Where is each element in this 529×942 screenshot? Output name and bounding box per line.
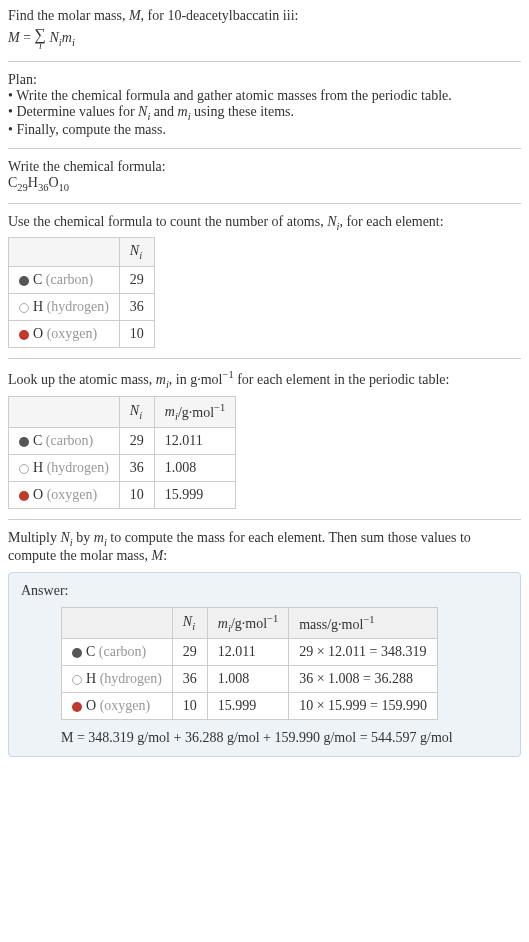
chem-formula-section: Write the chemical formula: C29H36O10 bbox=[8, 159, 521, 193]
mi-value: 1.008 bbox=[207, 666, 288, 693]
table-row: O (oxygen) 10 15.999 bbox=[9, 482, 236, 509]
mi-value: 12.011 bbox=[207, 639, 288, 666]
table-header-row: Ni mi/g·mol−1 bbox=[9, 396, 236, 427]
divider bbox=[8, 203, 521, 204]
mass-calc: 36 × 1.008 = 36.288 bbox=[289, 666, 438, 693]
ni-header: Ni bbox=[119, 396, 154, 427]
table-row: H (hydrogen) 36 1.008 36 × 1.008 = 36.28… bbox=[62, 666, 438, 693]
table-row: O (oxygen) 10 15.999 10 × 15.999 = 159.9… bbox=[62, 693, 438, 720]
element-cell: H (hydrogen) bbox=[9, 294, 120, 321]
table-header-row: Ni mi/g·mol−1 mass/g·mol−1 bbox=[62, 607, 438, 638]
table-row: H (hydrogen) 36 bbox=[9, 294, 155, 321]
mi-var: mi bbox=[156, 372, 169, 387]
element-cell: H (hydrogen) bbox=[62, 666, 173, 693]
ni-value: 36 bbox=[119, 294, 154, 321]
table-row: C (carbon) 29 12.011 29 × 12.011 = 348.3… bbox=[62, 639, 438, 666]
ni-var: Ni bbox=[327, 214, 339, 229]
mi-header: mi/g·mol−1 bbox=[154, 396, 235, 427]
element-cell: H (hydrogen) bbox=[9, 455, 120, 482]
ni-value: 10 bbox=[119, 482, 154, 509]
atom-dot-icon bbox=[19, 491, 29, 501]
empty-header bbox=[9, 396, 120, 427]
intro-line1: Find the molar mass, M, for 10-deacetylb… bbox=[8, 8, 521, 24]
table-header-row: Ni bbox=[9, 238, 155, 267]
atom-dot-icon bbox=[72, 648, 82, 658]
element-cell: O (oxygen) bbox=[9, 482, 120, 509]
atom-dot-icon bbox=[72, 675, 82, 685]
formula-mi: mi bbox=[62, 30, 75, 45]
count-table: Ni C (carbon) 29 H (hydrogen) 36 O (oxyg… bbox=[8, 237, 155, 348]
element-cell: O (oxygen) bbox=[62, 693, 173, 720]
count-text: Use the chemical formula to count the nu… bbox=[8, 214, 521, 232]
plan-bullet-1: • Write the chemical formula and gather … bbox=[8, 88, 521, 104]
mi-value: 12.011 bbox=[154, 428, 235, 455]
ni-value: 36 bbox=[172, 666, 207, 693]
mass-header: mass/g·mol−1 bbox=[289, 607, 438, 638]
ni-value: 36 bbox=[119, 455, 154, 482]
answer-box: Answer: Ni mi/g·mol−1 mass/g·mol−1 C (ca… bbox=[8, 572, 521, 757]
atom-dot-icon bbox=[19, 330, 29, 340]
table-row: C (carbon) 29 12.011 bbox=[9, 428, 236, 455]
var-m: M bbox=[129, 8, 141, 23]
ni-header: Ni bbox=[119, 238, 154, 267]
ni-value: 29 bbox=[119, 428, 154, 455]
mass-calc: 10 × 15.999 = 159.990 bbox=[289, 693, 438, 720]
mass-calc: 29 × 12.011 = 348.319 bbox=[289, 639, 438, 666]
plan-title: Plan: bbox=[8, 72, 521, 88]
plan-section: Plan: • Write the chemical formula and g… bbox=[8, 72, 521, 138]
intro-text-b: , for 10-deacetylbaccatin iii: bbox=[141, 8, 299, 23]
empty-header bbox=[9, 238, 120, 267]
divider bbox=[8, 148, 521, 149]
final-equation: M = 348.319 g/mol + 36.288 g/mol + 159.9… bbox=[61, 730, 508, 746]
multiply-text: Multiply Ni by mi to compute the mass fo… bbox=[8, 530, 521, 564]
element-cell: C (carbon) bbox=[9, 428, 120, 455]
empty-header bbox=[62, 607, 173, 638]
atom-dot-icon bbox=[19, 276, 29, 286]
plan-bullet-3: • Finally, compute the mass. bbox=[8, 122, 521, 138]
element-cell: C (carbon) bbox=[9, 267, 120, 294]
var-m: M bbox=[151, 548, 163, 563]
mass-section: Look up the atomic mass, mi, in g·mol−1 … bbox=[8, 369, 521, 509]
table-row: H (hydrogen) 36 1.008 bbox=[9, 455, 236, 482]
ni-header: Ni bbox=[172, 607, 207, 638]
mi-var: mi bbox=[94, 530, 107, 545]
atom-dot-icon bbox=[72, 702, 82, 712]
molar-mass-formula: M = ∑ i Nimi bbox=[8, 26, 521, 51]
mass-text: Look up the atomic mass, mi, in g·mol−1 … bbox=[8, 369, 521, 389]
divider bbox=[8, 61, 521, 62]
mi-value: 15.999 bbox=[154, 482, 235, 509]
divider bbox=[8, 519, 521, 520]
table-row: O (oxygen) 10 bbox=[9, 321, 155, 348]
sigma-icon: ∑ i bbox=[35, 26, 46, 51]
element-cell: O (oxygen) bbox=[9, 321, 120, 348]
chem-formula-value: C29H36O10 bbox=[8, 175, 521, 193]
mi-header: mi/g·mol−1 bbox=[207, 607, 288, 638]
ni-value: 29 bbox=[172, 639, 207, 666]
answer-label: Answer: bbox=[21, 583, 508, 599]
count-section: Use the chemical formula to count the nu… bbox=[8, 214, 521, 349]
answer-table: Ni mi/g·mol−1 mass/g·mol−1 C (carbon) 29… bbox=[61, 607, 438, 720]
mi-var: mi bbox=[178, 104, 191, 119]
divider bbox=[8, 358, 521, 359]
element-cell: C (carbon) bbox=[62, 639, 173, 666]
chem-formula-title: Write the chemical formula: bbox=[8, 159, 521, 175]
plan-bullet-2: • Determine values for Ni and mi using t… bbox=[8, 104, 521, 122]
mi-value: 1.008 bbox=[154, 455, 235, 482]
intro-section: Find the molar mass, M, for 10-deacetylb… bbox=[8, 8, 521, 51]
table-row: C (carbon) 29 bbox=[9, 267, 155, 294]
mass-table: Ni mi/g·mol−1 C (carbon) 29 12.011 H (hy… bbox=[8, 396, 236, 509]
atom-dot-icon bbox=[19, 464, 29, 474]
multiply-section: Multiply Ni by mi to compute the mass fo… bbox=[8, 530, 521, 564]
intro-text-a: Find the molar mass, bbox=[8, 8, 129, 23]
formula-m: M bbox=[8, 30, 20, 45]
mi-value: 15.999 bbox=[207, 693, 288, 720]
ni-var: Ni bbox=[138, 104, 150, 119]
ni-value: 10 bbox=[172, 693, 207, 720]
formula-ni: Ni bbox=[49, 30, 61, 45]
ni-value: 29 bbox=[119, 267, 154, 294]
atom-dot-icon bbox=[19, 437, 29, 447]
ni-var: Ni bbox=[61, 530, 73, 545]
atom-dot-icon bbox=[19, 303, 29, 313]
ni-value: 10 bbox=[119, 321, 154, 348]
